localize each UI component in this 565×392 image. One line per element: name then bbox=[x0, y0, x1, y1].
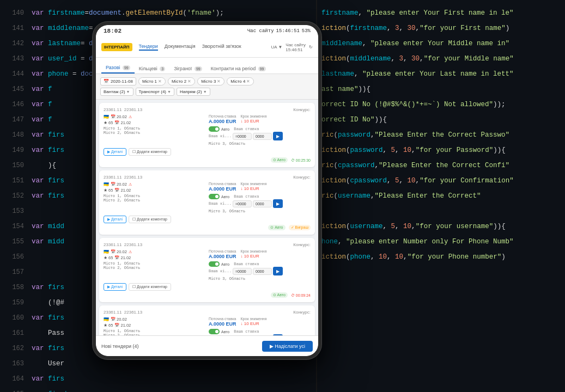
auto-toggle-4[interactable] bbox=[209, 329, 220, 334]
auto-toggle-2[interactable] bbox=[209, 194, 220, 199]
comment-btn-2[interactable]: ☐ Додати коментар bbox=[129, 216, 171, 223]
tab-kontrakty[interactable]: Контракти на period 99 bbox=[206, 63, 270, 74]
bid-toggle-3: Авто bbox=[209, 261, 229, 267]
tender-label-4: Конкурс: bbox=[293, 310, 311, 315]
remove-misto2[interactable]: ✕ bbox=[187, 79, 191, 84]
bid-send-btn-2[interactable]: ▶ bbox=[273, 199, 283, 208]
comment-btn-1[interactable]: ☐ Додати коментар bbox=[129, 148, 171, 156]
filter-tag-misto1[interactable]: Місто 1 ✕ bbox=[138, 77, 166, 85]
tab-razovi-badge: 99 bbox=[123, 65, 130, 70]
bid-min-3[interactable] bbox=[233, 268, 252, 275]
price-value-2: А.0000 EUR bbox=[209, 186, 236, 192]
dropdown-arrow-3: ▼ bbox=[203, 90, 207, 94]
bid-send-btn-3[interactable]: ▶ bbox=[273, 267, 283, 275]
lang-selector[interactable]: UA ▼ bbox=[271, 45, 283, 50]
bid-max-1[interactable] bbox=[253, 133, 272, 140]
code-right-line-10: iction(password, 5, 10,"for your Passwor… bbox=[317, 143, 565, 158]
tender-actions-1: ▶ Деталі ☐ Додати коментар bbox=[104, 148, 311, 156]
flag-ua-1: 🇺🇦 bbox=[104, 114, 109, 119]
date-filter[interactable]: 📅 2020-11-08 bbox=[100, 77, 136, 85]
auto-label-2: Авто bbox=[221, 195, 229, 199]
tender-actions-3: ▶ Деталі ☐ Додати коментар bbox=[104, 283, 311, 291]
filter-tag-misto4[interactable]: Місто 4 ✕ bbox=[227, 77, 254, 85]
price-label-4: Поточна ставка bbox=[209, 317, 236, 321]
detail-btn-2[interactable]: ▶ Деталі bbox=[104, 216, 126, 223]
date-to-2: 📅 21.02 bbox=[114, 188, 131, 193]
tender-card-1: 23361.11 22361.13 Конкурс: 🇺🇦 📅 20.02 ⚠ bbox=[99, 103, 315, 167]
filter-transport[interactable]: Транспорт (4) ▼ bbox=[136, 88, 174, 96]
filter-tag-misto2[interactable]: Місто 2 ✕ bbox=[168, 77, 195, 85]
tabs-row: Разові 99 Кільцеві 3 Зіграної 99 Контрак… bbox=[96, 58, 318, 74]
price-col-3: Поточна ставка А.0000 EUR Крок зниження … bbox=[209, 249, 311, 281]
bid-max-3[interactable] bbox=[253, 268, 272, 275]
alert-icon-3: ⚠ bbox=[129, 250, 132, 254]
nav-link-feedback[interactable]: Зворотній зв'язок bbox=[202, 44, 241, 51]
code-right-line-8: orrect ID No")){ bbox=[317, 112, 565, 127]
tender-meta-left-1: 🇺🇦 📅 20.02 ⚠ ★ 65 📅 21.02 Місто 1, Облас… bbox=[104, 114, 205, 146]
dropdown-arrow-2: ▼ bbox=[167, 90, 171, 94]
step-value-2: ↓ 10 EUR bbox=[241, 186, 267, 191]
date-to-4: 📅 21.02 bbox=[114, 323, 131, 328]
alert-icon-2: ⚠ bbox=[129, 182, 132, 187]
auto-label-1: Авто bbox=[221, 127, 229, 131]
bid-label-3: Ваша ставка bbox=[234, 262, 259, 266]
tender-meta-left-4: 🇺🇦 📅 20.02 ★ 65 📅 21.02 Місто 1, Область… bbox=[104, 317, 205, 335]
auto-badge-2: ⊙ Авто bbox=[268, 225, 285, 230]
refresh-button[interactable]: ↻ bbox=[309, 45, 313, 50]
location-1b: Місто 2, Область bbox=[104, 131, 205, 135]
detail-btn-3[interactable]: ▶ Деталі bbox=[104, 283, 126, 291]
bid-toggle-1: Авто bbox=[209, 126, 229, 132]
tab-zigranol-badge: 99 bbox=[195, 66, 202, 71]
nav-link-docs[interactable]: Документація bbox=[165, 44, 196, 51]
code-right-line-2: iction(firstname, 3, 30,"for your First … bbox=[317, 21, 565, 36]
location-3c: Місто 3, Область bbox=[209, 277, 311, 281]
tender-label-3: Конкурс: bbox=[293, 242, 311, 247]
filter-vantazh[interactable]: Вантаж (2) ▼ bbox=[100, 88, 133, 96]
auto-label-3: Авто bbox=[221, 262, 229, 266]
location-2a: Місто 1, Область bbox=[104, 194, 205, 198]
bid-min-1[interactable] bbox=[233, 133, 252, 140]
clock-display: Час сайту15:46:51 bbox=[285, 42, 306, 52]
date-from-4: 📅 20.02 bbox=[111, 317, 127, 322]
tender-card-2-header: 23361.11 22361.13 Конкурс: bbox=[104, 175, 311, 180]
date-from-1: 📅 20.02 bbox=[111, 114, 127, 119]
flag-ua-4: 🇺🇦 bbox=[104, 317, 109, 322]
bid-max-2[interactable] bbox=[253, 200, 272, 207]
filters-area: 📅 2020-11-08 Місто 1 ✕ Місто 2 ✕ Місто 3… bbox=[96, 74, 318, 100]
code-right-line-5: lastname, "please enter Your Last name i… bbox=[317, 66, 565, 82]
tender-label-2: Конкурс: bbox=[293, 175, 311, 180]
tab-kiltsevi[interactable]: Кільцеві 3 bbox=[135, 63, 169, 74]
tab-razovi[interactable]: Разові 99 bbox=[101, 62, 135, 74]
date-value: 2020-11-08 bbox=[111, 79, 133, 84]
comment-btn-3[interactable]: ☐ Додати коментар bbox=[129, 283, 171, 291]
bid-min-2[interactable] bbox=[233, 200, 252, 207]
tender-card-2: 23361.11 22361.13 Конкурс: 🇺🇦 📅 20.02 ⚠ bbox=[99, 170, 315, 235]
tender-footer-1: ⊙ Авто ⏱ 00:25:30 bbox=[104, 157, 311, 163]
code-right-line-7: orrect ID No (!@#$%^&()*+=~`) Not allowe… bbox=[317, 97, 565, 112]
bid-section-3: Авто Ваша ставка bbox=[209, 261, 311, 267]
battery-indicator: 53% bbox=[302, 28, 311, 34]
filter-napryam[interactable]: Напрям (2) ▼ bbox=[177, 88, 210, 96]
remove-misto1[interactable]: ✕ bbox=[158, 79, 162, 84]
auto-toggle-3[interactable] bbox=[209, 261, 220, 267]
remove-misto3[interactable]: ✕ bbox=[217, 79, 221, 84]
auto-badge-1: ⊙ Авто bbox=[271, 157, 288, 163]
bid-label-1: Ваша ставка bbox=[234, 127, 259, 131]
send-all-button[interactable]: ▶ Надіслати усі bbox=[262, 341, 313, 352]
filter-tag-misto3[interactable]: Місто 3 ✕ bbox=[197, 77, 224, 85]
remove-misto4[interactable]: ✕ bbox=[246, 79, 250, 84]
status-right: Час сайту 15:46:51 53% bbox=[247, 28, 311, 34]
location-1c: Місто 3, Область bbox=[209, 142, 311, 146]
code-right-line-12: iction(cpassword, 5, 10,"for your Confir… bbox=[317, 173, 565, 188]
detail-btn-1[interactable]: ▶ Деталі bbox=[104, 148, 126, 156]
code-line-164: 164 var firs bbox=[0, 371, 316, 387]
tab-zigranol[interactable]: Зіграної 99 bbox=[169, 63, 206, 74]
location-4a: Місто 1, Область bbox=[104, 329, 205, 333]
nav-link-tenders[interactable]: Тендери bbox=[139, 44, 158, 51]
clock-value: 15:46:51 bbox=[276, 28, 300, 34]
bid-toggle-4: Авто bbox=[209, 329, 229, 334]
bid-send-btn-1[interactable]: ▶ bbox=[273, 132, 283, 140]
tender-id-3: 23361.11 22361.13 bbox=[104, 242, 142, 247]
bottom-bar: Нові тендери (4) ▶ Надіслати усі bbox=[96, 335, 318, 356]
auto-toggle-1[interactable] bbox=[209, 126, 220, 132]
